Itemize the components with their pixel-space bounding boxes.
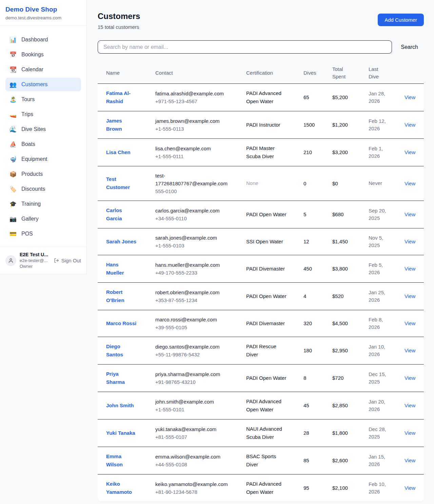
- column-header-certification: Certification: [246, 62, 303, 83]
- sidebar-item-pos[interactable]: 💳 POS: [5, 227, 81, 241]
- customer-dives: 450: [303, 255, 332, 282]
- customer-name-link[interactable]: Robert O'Brien: [106, 289, 124, 303]
- sidebar-item-dive-sites[interactable]: 🌊 Dive Sites: [5, 123, 81, 136]
- customer-last-dive: Jan 15, 2026: [369, 447, 405, 474]
- graduation-cap-icon: 🎓: [9, 201, 16, 207]
- customer-dives: 210: [303, 138, 332, 166]
- customer-dives: 95: [303, 474, 332, 502]
- customer-phone: +1-555-0103: [155, 242, 233, 249]
- avatar: [5, 255, 16, 266]
- customer-total-spent: $680: [332, 201, 369, 228]
- customer-last-dive: Dec 15, 2025: [369, 364, 405, 392]
- user-email: e2e-tester@...: [20, 258, 51, 263]
- customer-dives: 0: [303, 166, 332, 201]
- sidebar-item-label: Calendar: [21, 67, 43, 73]
- view-customer-link[interactable]: View: [405, 149, 415, 155]
- sidebar-item-gallery[interactable]: 📷 Gallery: [5, 212, 81, 226]
- customer-dives: 320: [303, 310, 332, 337]
- customer-table-body: Fatima Al- Rashid fatima.alrashid@exampl…: [98, 83, 424, 502]
- customer-name-link[interactable]: Test Customer: [106, 176, 130, 190]
- user-section: E2E Test U... e2e-tester@... Owner Sign …: [0, 247, 86, 274]
- sidebar-item-bookings[interactable]: 📅 Bookings: [5, 48, 81, 61]
- customer-email: sarah.jones@example.com: [155, 234, 233, 242]
- customer-name-link[interactable]: Hans Mueller: [106, 262, 124, 276]
- sidebar-item-discounts[interactable]: 🏷️ Discounts: [5, 182, 81, 196]
- shop-name-link[interactable]: Demo Dive Shop: [5, 6, 81, 13]
- view-customer-link[interactable]: View: [405, 122, 415, 128]
- customer-name-link[interactable]: Marco Rossi: [106, 320, 136, 326]
- customer-total-spent: $1,200: [332, 111, 369, 138]
- view-customer-link[interactable]: View: [405, 266, 415, 272]
- sign-out-label: Sign Out: [61, 258, 81, 263]
- customer-name-link[interactable]: Sarah Jones: [106, 239, 136, 244]
- view-customer-link[interactable]: View: [405, 458, 415, 463]
- customers-table-card: Name Contact Certification Dives Total S…: [98, 62, 424, 502]
- view-customer-link[interactable]: View: [405, 320, 415, 326]
- sidebar-item-training[interactable]: 🎓 Training: [5, 197, 81, 211]
- sidebar-item-label: Trips: [21, 111, 33, 117]
- customer-row: Marco Rossi marco.rossi@example.com +39-…: [98, 310, 424, 337]
- view-customer-link[interactable]: View: [405, 211, 415, 217]
- customer-total-spent: $2,950: [332, 337, 369, 364]
- sidebar-item-equipment[interactable]: 🤿 Equipment: [5, 152, 81, 166]
- island-icon: 🏝️: [9, 97, 16, 102]
- customer-count: 15 total customers: [98, 24, 140, 30]
- customer-name-link[interactable]: John Smith: [106, 403, 134, 408]
- view-customer-link[interactable]: View: [405, 430, 415, 436]
- sidebar-item-trips[interactable]: 🚤 Trips: [5, 108, 81, 121]
- view-customer-link[interactable]: View: [405, 348, 415, 353]
- customer-certification: PADI Advanced Open Water: [246, 392, 303, 419]
- customer-phone: +44-555-0108: [155, 461, 233, 468]
- customer-phone: +971-55-123-4567: [155, 97, 233, 105]
- sidebar-item-label: Boats: [21, 141, 35, 147]
- customer-last-dive: Jan 25, 2026: [369, 282, 405, 310]
- customer-dives: 4: [303, 282, 332, 310]
- view-customer-link[interactable]: View: [405, 485, 415, 491]
- customer-certification: NAUI Advanced Scuba Diver: [246, 419, 303, 447]
- customer-name-link[interactable]: Carlos Garcia: [106, 207, 122, 221]
- customer-name-link[interactable]: Fatima Al- Rashid: [106, 90, 131, 104]
- customer-certification: PADI Open Water: [246, 282, 303, 310]
- view-customer-link[interactable]: View: [405, 181, 415, 186]
- customer-name-link[interactable]: Diego Santos: [106, 343, 123, 357]
- customer-certification: PADI Open Water: [246, 364, 303, 392]
- customer-total-spent: $2,850: [332, 392, 369, 419]
- customer-name-link[interactable]: Yuki Tanaka: [106, 430, 135, 436]
- view-customer-link[interactable]: View: [405, 239, 415, 244]
- sidebar-item-customers[interactable]: 👥 Customers: [5, 78, 81, 91]
- customer-name-link[interactable]: Keiko Yamamoto: [106, 481, 132, 495]
- sidebar-item-label: Tours: [21, 96, 35, 102]
- search-button[interactable]: Search: [392, 44, 424, 50]
- sidebar-item-boats[interactable]: ⛵ Boats: [5, 137, 81, 151]
- customer-total-spent: $0: [332, 166, 369, 201]
- sidebar-item-tours[interactable]: 🏝️ Tours: [5, 93, 81, 106]
- add-customer-button[interactable]: Add Customer: [378, 14, 424, 26]
- customer-row: Priya Sharma priya.sharma@example.com +9…: [98, 364, 424, 392]
- customer-name-link[interactable]: Priya Sharma: [106, 371, 125, 385]
- sidebar-item-dashboard[interactable]: 📊 Dashboard: [5, 33, 81, 46]
- customer-last-dive: Feb 8, 2026: [369, 310, 405, 337]
- customer-name-link[interactable]: James Brown: [106, 118, 122, 132]
- view-customer-link[interactable]: View: [405, 375, 415, 381]
- customer-email: robert.obrien@example.com: [155, 288, 233, 296]
- search-input[interactable]: [98, 40, 392, 54]
- sign-out-button[interactable]: Sign Out: [54, 258, 81, 263]
- view-customer-link[interactable]: View: [405, 94, 415, 100]
- customer-dives: 65: [303, 83, 332, 111]
- customer-name-link[interactable]: Emma Wilson: [106, 453, 123, 467]
- sidebar: Demo Dive Shop demo.test.divestreams.com…: [0, 0, 87, 274]
- sidebar-item-label: Customers: [21, 81, 47, 88]
- customer-email: priya.sharma@example.com: [155, 370, 233, 378]
- customer-certification: PADI Instructor: [246, 111, 303, 138]
- customer-phone: +1-555-0111: [155, 152, 233, 160]
- sidebar-item-calendar[interactable]: 📆 Calendar: [5, 63, 81, 76]
- brand-block: Demo Dive Shop demo.test.divestreams.com: [0, 0, 86, 26]
- sidebar-nav: 📊 Dashboard 📅 Bookings 📆 Calendar 👥 Cust…: [0, 26, 86, 247]
- customer-phone: +49-170-555-2233: [155, 269, 233, 277]
- customer-certification: SSI Open Water: [246, 228, 303, 255]
- customer-phone: +81-90-1234-5678: [155, 488, 233, 496]
- view-customer-link[interactable]: View: [405, 403, 415, 408]
- view-customer-link[interactable]: View: [405, 293, 415, 299]
- sidebar-item-products[interactable]: 📦 Products: [5, 167, 81, 181]
- customer-name-link[interactable]: Lisa Chen: [106, 149, 131, 155]
